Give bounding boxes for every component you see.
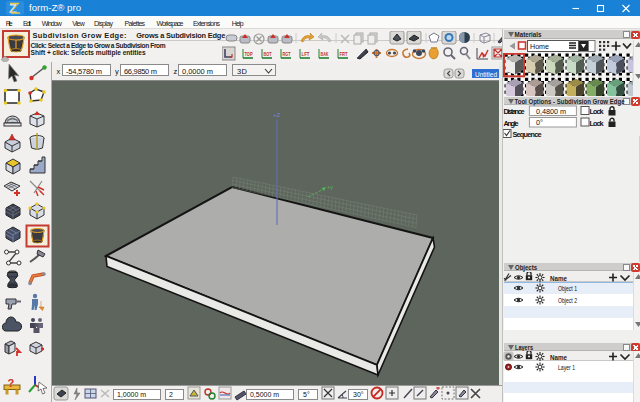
svg-text:0,0000 m: 0,0000 m [182,67,213,76]
svg-text:+y: +y [327,184,333,190]
svg-text:TOP: TOP [245,51,253,57]
svg-text:Shift + click: Selects multipl: Shift + click: Selects multiple entities [31,49,146,57]
svg-text:y: y [115,67,119,76]
svg-text:Materials: Materials [515,30,542,39]
svg-text:Grows a Subdivision Edge: Grows a Subdivision Edge [136,31,225,40]
svg-text:Palettes: Palettes [125,20,146,27]
svg-text:Help: Help [232,20,244,28]
svg-text:Angle: Angle [504,119,519,128]
svg-text:3D: 3D [237,67,248,76]
svg-text:0,5000 m: 0,5000 m [250,391,279,398]
svg-text:File: File [6,20,13,27]
svg-text:LFT: LFT [302,51,310,57]
svg-text:Subdivision Grow Edge:: Subdivision Grow Edge: [33,31,127,40]
svg-text:Lock: Lock [590,107,605,116]
svg-text:RGT: RGT [283,51,291,57]
svg-text:Lock: Lock [590,119,605,128]
svg-text:Name: Name [550,352,567,361]
svg-text:z: z [174,67,178,76]
svg-text:1,0000 m: 1,0000 m [117,391,146,398]
svg-text:2: 2 [169,391,173,398]
svg-text:Window: Window [42,20,63,27]
svg-text:BOT: BOT [264,51,272,57]
svg-text:Object 2: Object 2 [558,296,577,305]
svg-text:BAK: BAK [321,51,329,57]
svg-text:66,9850 m: 66,9850 m [124,67,157,76]
svg-text:Layer 1: Layer 1 [558,363,575,372]
svg-text:Edit: Edit [23,20,31,27]
svg-text:Home: Home [530,42,549,51]
svg-text:Untitled: Untitled [475,70,497,79]
svg-text:FRT: FRT [340,51,348,57]
svg-text:Object 1: Object 1 [558,284,577,293]
svg-text:Distance: Distance [504,107,525,116]
svg-text:0°: 0° [536,118,543,127]
svg-text:View: View [72,20,85,27]
svg-text:0,4800 m: 0,4800 m [536,107,566,116]
svg-text:5°: 5° [303,391,310,398]
svg-text:+Z: +Z [273,112,281,118]
svg-text:Extensions: Extensions [193,20,221,27]
svg-text:form-Z® pro: form-Z® pro [29,3,81,13]
svg-text:Workspace: Workspace [157,20,184,28]
svg-text:x: x [57,67,61,76]
svg-text:30°: 30° [353,391,364,398]
svg-text:?: ? [8,377,15,389]
svg-text:Display: Display [94,20,114,28]
svg-text:-54,5780 m: -54,5780 m [66,67,102,76]
svg-text:Objects: Objects [515,263,537,272]
svg-text:Sequence: Sequence [513,130,542,139]
